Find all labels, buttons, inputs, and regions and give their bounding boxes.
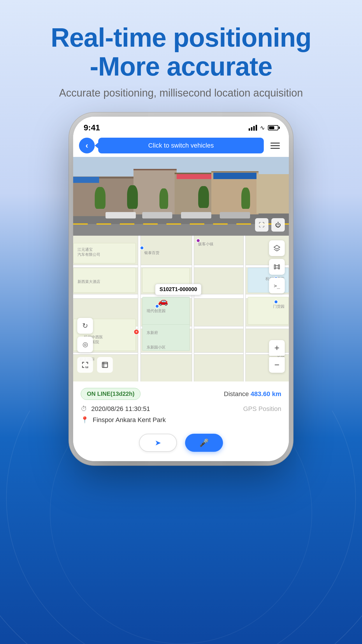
layers-button[interactable] bbox=[269, 240, 285, 256]
svg-rect-2 bbox=[278, 265, 280, 269]
menu-line-2 bbox=[270, 145, 280, 146]
menu-line-1 bbox=[270, 143, 280, 144]
map-left-controls: ↻ ◎ bbox=[77, 318, 93, 352]
distance-info: Distance 483.60 km bbox=[224, 390, 281, 398]
frame-controls bbox=[77, 357, 113, 373]
wifi-icon: ∿ bbox=[260, 124, 265, 131]
map-label-11: 阪客小镇 bbox=[198, 242, 213, 247]
expand-button[interactable]: ⛶ bbox=[255, 218, 268, 232]
map-label-10: 银泰百货 bbox=[144, 250, 159, 256]
vehicle-marker[interactable]: S102T1-000000 🚗 bbox=[155, 284, 201, 306]
back-button[interactable]: ‹ bbox=[79, 138, 95, 153]
gps-position-label: GPS Position bbox=[243, 405, 281, 413]
menu-line-3 bbox=[270, 148, 280, 149]
power-button[interactable]: ⏻ bbox=[271, 218, 285, 232]
mic-button[interactable]: 🎤 bbox=[185, 434, 223, 452]
hero-subtitle: Accurate positioning, millisecond locati… bbox=[0, 87, 362, 99]
zoom-in-button[interactable]: + bbox=[269, 340, 285, 356]
zoom-controls: + − bbox=[269, 340, 285, 373]
svg-rect-1 bbox=[274, 265, 275, 269]
action-buttons: ➤ 🎤 bbox=[73, 428, 289, 461]
location-text: Finspor Ankara Kent Park bbox=[93, 416, 166, 424]
street-view: ⛶ ⏻ bbox=[73, 157, 289, 236]
status-time: 9:41 bbox=[84, 123, 100, 132]
poi-blue-5 bbox=[274, 300, 278, 304]
vehicle-icon: 🚗 bbox=[158, 296, 201, 306]
location-icon: 📍 bbox=[81, 416, 89, 424]
datetime-text: 2020/08/26 11:30:51 bbox=[91, 405, 150, 413]
info-panel: ON LINE(13d22h) Distance 483.60 km ⏱ 202… bbox=[73, 382, 289, 428]
mic-icon: 🎤 bbox=[199, 438, 209, 447]
map-label-8: 东新园小区 bbox=[147, 345, 166, 350]
map-label-7: 门货园 bbox=[273, 304, 284, 309]
hero-title: Real-time positioning -More accurate bbox=[0, 23, 362, 81]
zoom-out-button[interactable]: − bbox=[269, 357, 285, 373]
switch-vehicles-tooltip[interactable]: Click to switch vehicles bbox=[98, 138, 264, 153]
battery-icon bbox=[268, 125, 278, 130]
clock-icon: ⏱ bbox=[81, 405, 87, 413]
poi-blue-2 bbox=[196, 239, 200, 243]
status-bar: 9:41 ∿ bbox=[73, 117, 289, 135]
status-icons: ∿ bbox=[249, 124, 278, 131]
map-label-2: 新西菜大酒店 bbox=[78, 279, 100, 284]
refresh-button[interactable]: ↻ bbox=[77, 318, 93, 334]
phone-wrapper: 9:41 ∿ bbox=[0, 117, 362, 490]
sv-controls: ⛶ ⏻ bbox=[255, 218, 285, 232]
online-badge: ON LINE(13d22h) bbox=[81, 388, 140, 400]
signal-icon bbox=[249, 125, 257, 131]
frame-button-1[interactable] bbox=[77, 357, 93, 373]
navigate-icon: ➤ bbox=[155, 438, 161, 447]
frame-button-2[interactable] bbox=[97, 357, 113, 373]
app-header: ‹ Click to switch vehicles bbox=[73, 135, 289, 157]
menu-button[interactable] bbox=[267, 138, 283, 153]
fence-button[interactable] bbox=[269, 259, 285, 275]
map-label-1: 江元通宝汽车有限公司 bbox=[78, 247, 100, 257]
map-label-4: 东新府 bbox=[147, 330, 158, 335]
locate-button[interactable]: ◎ bbox=[77, 337, 93, 352]
map-right-controls: >_ bbox=[269, 240, 285, 293]
vehicle-label: S102T1-000000 bbox=[155, 284, 201, 295]
svg-rect-5 bbox=[102, 362, 108, 368]
tooltip-arrow bbox=[95, 143, 98, 148]
map-label-5: 现代创意园 bbox=[147, 309, 166, 314]
svg-marker-0 bbox=[274, 245, 280, 249]
map-area[interactable]: 江元通宝汽车有限公司 新西菜大酒店 杭州中西医结合医院 东新府 现代创意园 杭州… bbox=[73, 236, 289, 382]
terminal-button[interactable]: >_ bbox=[269, 278, 285, 293]
back-icon: ‹ bbox=[85, 141, 88, 150]
hero-section: Real-time positioning -More accurate Acc… bbox=[0, 0, 362, 99]
navigate-button[interactable]: ➤ bbox=[139, 434, 177, 452]
phone-frame: 9:41 ∿ bbox=[73, 117, 289, 461]
